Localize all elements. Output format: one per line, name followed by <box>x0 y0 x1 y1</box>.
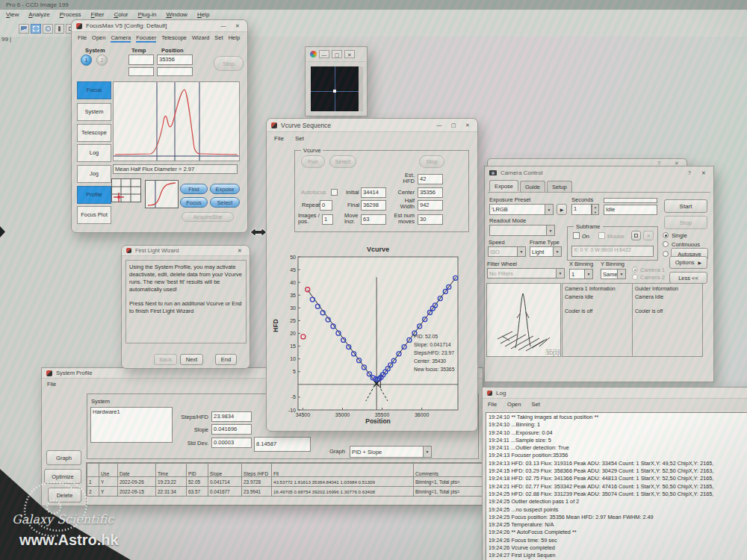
sidebar-item[interactable]: Telescope <box>77 124 111 142</box>
repeat-field[interactable]: 0 <box>320 200 332 211</box>
sidebar-item[interactable]: Focus Plot <box>77 206 111 224</box>
filter-wheel-dropdown[interactable]: No Filters▼ <box>487 268 565 279</box>
acquirestar-button[interactable]: AcquireStar <box>182 212 234 222</box>
position-field[interactable]: 35356 <box>157 55 193 65</box>
dropdown-arrow-icon[interactable]: ▼ <box>423 447 431 457</box>
steps-hfd-field[interactable]: 23.9834 <box>211 411 252 422</box>
next-button[interactable]: Next <box>180 354 203 365</box>
menu-item[interactable]: Analyze <box>28 11 49 22</box>
initial-field[interactable]: 34414 <box>361 187 386 198</box>
move-incr-field[interactable]: 63 <box>361 214 386 225</box>
select-button[interactable]: Select <box>210 197 240 208</box>
menu-item[interactable]: Open <box>92 34 105 43</box>
wizard-titlebar[interactable]: First Light Wizard ✕ <box>122 246 249 256</box>
close-icon[interactable]: ✕ <box>344 50 355 58</box>
back-button[interactable]: Back <box>154 354 177 365</box>
menu-item[interactable]: File <box>78 34 87 43</box>
menu-item[interactable]: Set <box>531 401 539 408</box>
dropdown-arrow-icon[interactable]: ▼ <box>584 270 592 279</box>
sidebar-item[interactable]: Log <box>77 144 111 162</box>
system-2-button[interactable]: 2 <box>96 55 108 66</box>
slope-field[interactable]: 0.041696 <box>211 424 252 435</box>
close-icon[interactable]: ✕ <box>232 23 243 29</box>
subframe-pick-button[interactable] <box>631 231 641 240</box>
table-row[interactable]: 2Y2022-09-1522:31:34 63.570.04167723.994… <box>87 487 485 497</box>
std-dev-field[interactable]: 0.00003 <box>211 438 252 448</box>
autosave-radio[interactable] <box>663 251 669 257</box>
system-1-button[interactable]: 1 <box>81 55 92 66</box>
vcurve-titlebar[interactable]: Vcurve Sequence — ▢ ✕ <box>267 119 477 132</box>
seconds-spinner[interactable]: ▲ ▼ <box>592 204 599 215</box>
menu-item[interactable]: Telescope <box>161 34 187 43</box>
menu-item-file[interactable]: File <box>47 381 56 388</box>
stop-button[interactable]: Stop <box>419 155 444 168</box>
single-radio[interactable] <box>663 232 669 238</box>
help-icon[interactable]: ? <box>684 170 695 175</box>
temp-field-2[interactable] <box>128 67 154 76</box>
pipette-icon[interactable] <box>55 24 64 34</box>
subframe-clear-button[interactable]: ✕ <box>643 231 654 240</box>
close-icon[interactable]: ✕ <box>698 170 709 176</box>
focusmax-titlebar[interactable]: FocusMax V5 [Config: Default] — ✕ <box>72 20 247 32</box>
images-field[interactable]: 1 <box>322 214 333 225</box>
menu-item[interactable]: Help <box>229 34 240 43</box>
tab[interactable]: Expose <box>489 180 518 191</box>
expose-button[interactable]: Expose <box>210 184 240 194</box>
list-item-hardware[interactable]: Hardware1 <box>93 408 120 415</box>
speed-dropdown[interactable]: ISO▼ <box>488 246 526 257</box>
extra-metric-field[interactable]: 8.14587 <box>254 437 311 452</box>
position-field-2[interactable] <box>157 67 193 76</box>
tab[interactable]: Setup <box>547 181 572 192</box>
half-width-field[interactable]: 942 <box>418 200 443 211</box>
camera1-radio[interactable] <box>632 267 638 273</box>
log-titlebar[interactable]: Log <box>483 388 747 399</box>
graph-select-dropdown[interactable]: PID + Slope▼ <box>350 446 432 458</box>
menu-item[interactable]: Focuser <box>136 34 156 43</box>
open-image-icon[interactable] <box>19 24 29 34</box>
final-field[interactable]: 36298 <box>361 200 386 211</box>
end-button[interactable]: End <box>215 354 237 365</box>
center-field[interactable]: 35356 <box>418 187 443 198</box>
star-window-titlebar[interactable]: — ▢ ✕ <box>306 47 367 62</box>
stop-button[interactable]: Stop <box>664 216 707 229</box>
dropdown-arrow-icon[interactable]: ▼ <box>517 247 525 256</box>
table-row[interactable]: 1Y2022-09-2619:23:22 52.050.04171423.972… <box>87 477 485 487</box>
menu-item[interactable]: File <box>488 401 497 408</box>
zoom-circle-icon[interactable] <box>43 24 53 34</box>
menu-item[interactable]: Set <box>214 34 223 43</box>
y-binning-dropdown[interactable]: Same▼ <box>601 269 626 279</box>
camera2-radio[interactable] <box>632 274 638 280</box>
sidebar-item[interactable]: Profile <box>77 186 111 204</box>
dropdown-arrow-icon[interactable]: ▼ <box>553 247 561 256</box>
log-text-area[interactable]: 19:24:10 ** Taking images at focus posit… <box>486 412 747 560</box>
star-image-canvas[interactable] <box>311 66 359 111</box>
continuous-radio[interactable] <box>663 241 669 247</box>
frame-type-dropdown[interactable]: Light▼ <box>530 246 562 257</box>
canvas-scrollbar[interactable] <box>359 66 363 111</box>
menu-item-file[interactable]: File <box>274 135 284 142</box>
preset-menu-button[interactable]: ▶ <box>557 204 567 215</box>
minimize-icon[interactable]: — <box>319 50 329 58</box>
autofocus-checkbox[interactable] <box>331 189 338 196</box>
tab[interactable]: Guide <box>520 181 545 192</box>
focus-button[interactable]: Focus <box>180 197 208 208</box>
readout-mode-dropdown[interactable]: ▼ <box>489 225 555 236</box>
stop-button[interactable]: Stop <box>214 56 244 71</box>
menu-item-set[interactable]: Set <box>295 135 304 142</box>
seconds-field[interactable]: 1 <box>571 204 592 215</box>
crop-select-icon[interactable] <box>31 24 41 34</box>
find-button[interactable]: Find <box>180 184 208 194</box>
maximize-icon[interactable]: ▢ <box>332 50 342 58</box>
run-button[interactable]: Run <box>301 155 325 168</box>
minimize-icon[interactable]: — <box>434 122 444 128</box>
graph-button[interactable]: Graph <box>46 450 81 465</box>
mouse-checkbox[interactable] <box>598 232 605 239</box>
menu-item[interactable]: View <box>6 11 19 22</box>
est-hfd-field[interactable]: 42 <box>418 174 443 184</box>
menu-item[interactable]: Wizard <box>192 34 209 43</box>
spin-down-icon[interactable]: ▼ <box>592 210 598 215</box>
hardware-listbox[interactable]: Hardware1 <box>90 407 173 443</box>
temp-field[interactable] <box>128 55 154 65</box>
menu-item[interactable]: Camera <box>111 34 131 43</box>
spin-up-icon[interactable]: ▲ <box>592 205 598 210</box>
